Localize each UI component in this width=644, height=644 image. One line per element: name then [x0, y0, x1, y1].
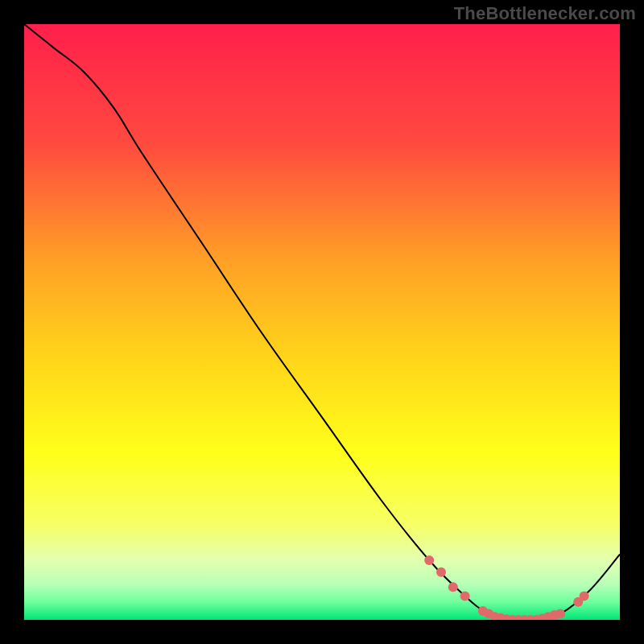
highlight-dot	[460, 591, 470, 601]
highlight-dot	[580, 591, 589, 601]
attribution-label: TheBottlenecker.com	[454, 3, 636, 24]
gradient-background	[24, 24, 620, 620]
highlight-dot	[448, 582, 458, 592]
chart-frame: TheBottlenecker.com	[0, 0, 644, 644]
highlight-dot	[424, 555, 434, 565]
plot-area	[24, 24, 620, 620]
highlight-dot	[436, 568, 446, 577]
highlight-dot	[555, 609, 565, 619]
bottleneck-chart	[24, 24, 620, 620]
